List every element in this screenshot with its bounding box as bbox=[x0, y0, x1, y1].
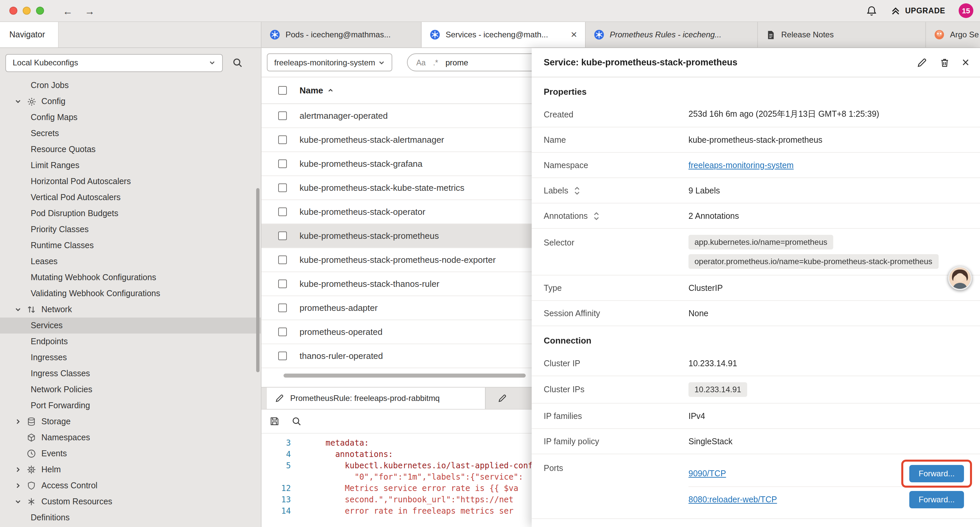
sidebar-item-resource-quotas[interactable]: Resource Quotas bbox=[0, 142, 261, 158]
property-link[interactable]: freeleaps-monitoring-system bbox=[689, 161, 794, 170]
save-icon[interactable] bbox=[269, 416, 280, 426]
row-checkbox[interactable] bbox=[278, 135, 287, 144]
row-checkbox[interactable] bbox=[278, 328, 287, 336]
sidebar-item-mutating-webhook-configurations[interactable]: Mutating Webhook Configurations bbox=[0, 269, 261, 285]
sidebar-scrollbar[interactable] bbox=[256, 188, 259, 372]
zoom-window-button[interactable] bbox=[36, 7, 44, 15]
sidebar-item-config-maps[interactable]: Config Maps bbox=[0, 110, 261, 126]
line-text: annotations: bbox=[299, 449, 393, 460]
service-name: kube-prometheus-stack-thanos-ruler bbox=[299, 279, 439, 289]
service-name: kube-prometheus-stack-grafana bbox=[299, 159, 423, 169]
navigator-tab[interactable]: Navigator bbox=[0, 22, 59, 47]
row-checkbox[interactable] bbox=[278, 183, 287, 192]
sidebar-item-storage[interactable]: Storage bbox=[0, 414, 261, 430]
sidebar-item-priority-classes[interactable]: Priority Classes bbox=[0, 221, 261, 237]
match-case-toggle[interactable]: Aa bbox=[416, 58, 426, 66]
chevron-right-icon[interactable] bbox=[15, 418, 23, 425]
back-icon[interactable]: ← bbox=[63, 5, 73, 16]
forward-button[interactable]: Forward... bbox=[909, 465, 964, 482]
sidebar-item-config[interactable]: Config bbox=[0, 93, 261, 110]
row-checkbox[interactable] bbox=[278, 159, 287, 168]
close-tab-icon[interactable]: × bbox=[571, 29, 577, 40]
namespace-filter[interactable]: freeleaps-monitoring-system bbox=[267, 53, 392, 72]
upgrade-button[interactable]: UPGRADE bbox=[890, 6, 945, 16]
horizontal-scrollbar[interactable] bbox=[283, 374, 526, 377]
drawer-title: Service: kube-prometheus-stack-prometheu… bbox=[544, 57, 738, 67]
name-column-header[interactable]: Name bbox=[299, 85, 334, 96]
sidebar-item-ingresses[interactable]: Ingresses bbox=[0, 350, 261, 366]
sidebar-item-vertical-pod-autoscalers[interactable]: Vertical Pod Autoscalers bbox=[0, 189, 261, 205]
close-icon[interactable]: × bbox=[962, 56, 969, 69]
tab-services-icecheng-math[interactable]: Services - icecheng@math...× bbox=[422, 22, 586, 47]
sidebar-item-network-policies[interactable]: Network Policies bbox=[0, 382, 261, 398]
sidebar-item-pod-disruption-budgets[interactable]: Pod Disruption Budgets bbox=[0, 205, 261, 221]
sidebar-item-events[interactable]: Events bbox=[0, 446, 261, 462]
port-link[interactable]: 9090/TCP bbox=[689, 469, 726, 478]
sidebar-item-label: Endpoints bbox=[0, 337, 68, 346]
service-name: kube-prometheus-stack-kube-state-metrics bbox=[299, 183, 464, 193]
tab-pods-icecheng-mathmas[interactable]: Pods - icecheng@mathmas... bbox=[261, 22, 422, 47]
notifications-bell-icon[interactable] bbox=[865, 5, 877, 16]
forward-button[interactable]: Forward... bbox=[909, 491, 964, 508]
sidebar-item-runtime-classes[interactable]: Runtime Classes bbox=[0, 237, 261, 253]
row-checkbox[interactable] bbox=[278, 255, 287, 264]
kubeconfig-selector[interactable]: Local Kubeconfigs bbox=[5, 54, 223, 72]
chevron-right-icon[interactable] bbox=[15, 482, 23, 489]
sidebar-item-cron-jobs[interactable]: Cron Jobs bbox=[0, 77, 261, 93]
sidebar-item-secrets[interactable]: Secrets bbox=[0, 126, 261, 142]
row-checkbox[interactable] bbox=[278, 280, 287, 288]
minimize-window-button[interactable] bbox=[23, 7, 31, 15]
sidebar-item-services[interactable]: Services bbox=[0, 318, 261, 334]
notification-count-badge[interactable]: 15 bbox=[959, 3, 973, 18]
sidebar-item-ingress-classes[interactable]: Ingress Classes bbox=[0, 366, 261, 382]
property-label: Cluster IPs bbox=[544, 385, 689, 394]
expander-icon[interactable] bbox=[593, 211, 600, 220]
chevron-right-icon[interactable] bbox=[15, 466, 23, 473]
edit-pencil-icon bbox=[498, 393, 507, 403]
sidebar-item-namespaces[interactable]: Namespaces bbox=[0, 430, 261, 446]
sidebar-item-custom-resources[interactable]: Custom Resources bbox=[0, 494, 261, 509]
property-value: 2 Annotations bbox=[689, 211, 968, 220]
regex-toggle[interactable]: .* bbox=[433, 58, 438, 66]
sidebar-item-horizontal-pod-autoscalers[interactable]: Horizontal Pod Autoscalers bbox=[0, 174, 261, 189]
sidebar-item-helm[interactable]: Helm bbox=[0, 462, 261, 478]
chevron-down-icon[interactable] bbox=[15, 306, 23, 313]
select-all-checkbox[interactable] bbox=[278, 86, 287, 95]
row-checkbox[interactable] bbox=[278, 352, 287, 360]
property-badges: app.kubernetes.io/name=prometheusoperato… bbox=[689, 235, 968, 269]
tab-release-notes[interactable]: Release Notes bbox=[758, 22, 926, 47]
editor-search-icon[interactable] bbox=[291, 416, 302, 426]
dock-tab-prometheusrule[interactable]: PrometheusRule: freeleaps-prod-rabbitmq bbox=[267, 388, 486, 409]
service-name: kube-prometheus-stack-prometheus bbox=[299, 231, 439, 241]
chevron-down-icon[interactable] bbox=[15, 498, 23, 505]
sidebar-item-definitions[interactable]: Definitions bbox=[0, 509, 261, 525]
sidebar-item-limit-ranges[interactable]: Limit Ranges bbox=[0, 158, 261, 174]
sidebar-search-icon[interactable] bbox=[232, 57, 243, 68]
expander-icon[interactable] bbox=[574, 186, 581, 195]
dock-tab-partial[interactable] bbox=[486, 388, 539, 409]
chevron-down-icon[interactable] bbox=[15, 98, 23, 105]
user-avatar[interactable] bbox=[948, 266, 972, 290]
row-checkbox[interactable] bbox=[278, 304, 287, 312]
sidebar-item-validating-webhook-configurations[interactable]: Validating Webhook Configurations bbox=[0, 285, 261, 301]
value-badge: operator.prometheus.io/name=kube-prometh… bbox=[689, 254, 938, 269]
delete-trash-icon[interactable] bbox=[939, 57, 950, 68]
sidebar-item-endpoints[interactable]: Endpoints bbox=[0, 334, 261, 350]
row-checkbox[interactable] bbox=[278, 111, 287, 120]
service-name: kube-prometheus-stack-prometheus-node-ex… bbox=[299, 255, 496, 265]
property-label: Selector bbox=[544, 235, 689, 247]
close-window-button[interactable] bbox=[10, 7, 18, 15]
row-checkbox[interactable] bbox=[278, 231, 287, 240]
port-link[interactable]: 8080:reloader-web/TCP bbox=[689, 495, 777, 504]
row-checkbox[interactable] bbox=[278, 207, 287, 216]
sidebar-item-network[interactable]: Network bbox=[0, 301, 261, 318]
sidebar-item-label: Limit Ranges bbox=[0, 161, 80, 170]
tab-argo-se[interactable]: Argo Se bbox=[926, 22, 980, 47]
tab-prometheus-rules-icecheng[interactable]: Prometheus Rules - icecheng... bbox=[586, 22, 758, 47]
sidebar-item-port-forwarding[interactable]: Port Forwarding bbox=[0, 398, 261, 414]
forward-icon[interactable]: → bbox=[85, 5, 95, 16]
edit-pencil-icon[interactable] bbox=[916, 57, 927, 68]
sidebar-item-leases[interactable]: Leases bbox=[0, 253, 261, 269]
property-row-ports: Ports9090/TCPForward...8080:reloader-web… bbox=[532, 454, 980, 519]
sidebar-item-access-control[interactable]: Access Control bbox=[0, 478, 261, 494]
